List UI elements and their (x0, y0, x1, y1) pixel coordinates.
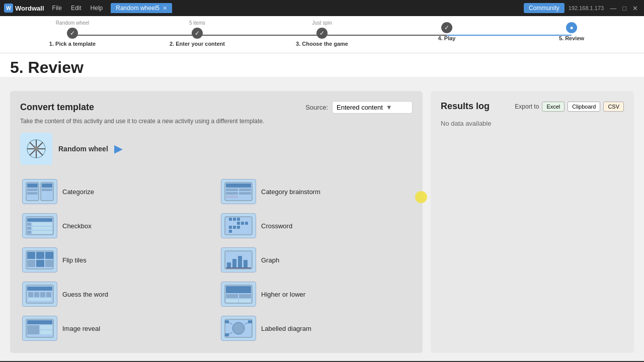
svg-rect-36 (237, 222, 240, 225)
svg-rect-22 (239, 192, 251, 195)
svg-rect-27 (32, 223, 52, 226)
template-item-crossword[interactable]: Crossword (219, 211, 413, 240)
step-2-label: 2. Enter your content (170, 41, 225, 47)
svg-rect-35 (237, 218, 240, 221)
page-title: 5. Review (10, 58, 634, 77)
step-4[interactable]: ✓ 4. Play (384, 20, 509, 41)
main-content: Convert template Source: Entered content… (0, 83, 644, 361)
template-name-crossword: Crossword (261, 222, 292, 230)
menu-file[interactable]: File (48, 4, 66, 13)
svg-rect-65 (226, 294, 238, 298)
template-thumb-higher-or-lower (221, 282, 256, 307)
close-button[interactable]: ✕ (630, 5, 640, 12)
svg-rect-51 (227, 262, 231, 267)
svg-rect-15 (27, 192, 38, 195)
svg-rect-42 (245, 222, 248, 225)
title-bar-right: Community 192.168.1.173 — □ ✕ (524, 3, 640, 13)
svg-rect-52 (232, 259, 236, 267)
results-header: Results log Export to Excel Clipboard CS… (441, 101, 624, 112)
template-thumb-graph (221, 247, 256, 273)
active-tab[interactable]: Random wheel5 ✕ (111, 3, 172, 13)
template-thumb-crossword (221, 213, 256, 238)
step-3[interactable]: Just spin ✓ 3. Choose the game (260, 20, 384, 47)
step-1-circle: ✓ (67, 28, 78, 39)
svg-rect-45 (36, 252, 44, 259)
template-list-container: Random wheel ▶ (20, 133, 413, 343)
export-excel-button[interactable]: Excel (542, 102, 565, 112)
tab-close-icon[interactable]: ✕ (163, 5, 167, 12)
svg-rect-30 (27, 231, 31, 234)
svg-rect-39 (233, 226, 236, 229)
title-bar: W Wordwall File Edit Help Random wheel5 … (0, 0, 644, 16)
svg-rect-53 (238, 256, 242, 267)
export-clipboard-button[interactable]: Clipboard (568, 102, 600, 112)
svg-rect-16 (42, 189, 52, 191)
svg-rect-59 (34, 292, 39, 297)
svg-rect-33 (229, 218, 232, 221)
svg-rect-28 (27, 227, 31, 230)
step-bar: Random wheel ✓ 1. Pick a template 5 item… (0, 16, 644, 53)
step-1[interactable]: Random wheel ✓ 1. Pick a template (10, 20, 135, 47)
svg-rect-31 (32, 231, 52, 234)
window-controls: — □ ✕ (608, 5, 640, 12)
svg-rect-26 (27, 223, 31, 226)
title-bar-left: W Wordwall File Edit Help Random wheel5 … (4, 3, 172, 13)
svg-rect-21 (226, 192, 238, 195)
svg-rect-66 (239, 294, 251, 298)
source-label: Source: (305, 104, 328, 111)
step-5-label: 5. Review (559, 35, 584, 41)
svg-rect-81 (225, 333, 229, 336)
svg-rect-44 (27, 252, 35, 259)
template-thumb-labelled-diagram (221, 316, 256, 341)
menu-help[interactable]: Help (87, 4, 107, 13)
svg-rect-18 (226, 184, 251, 188)
svg-rect-37 (237, 226, 240, 229)
maximize-button[interactable]: □ (620, 5, 628, 12)
template-thumb-categorize (22, 179, 57, 204)
template-item-graph[interactable]: Graph (219, 245, 413, 275)
step-3-meta: Just spin (312, 20, 332, 26)
template-item-category-brainstorm[interactable]: Category brainstorm (219, 177, 413, 206)
svg-point-9 (34, 147, 38, 151)
export-csv-button[interactable]: CSV (603, 102, 624, 112)
export-row: Export to Excel Clipboard CSV (515, 102, 624, 112)
results-title: Results log (441, 101, 490, 112)
menu-edit[interactable]: Edit (67, 4, 86, 13)
svg-rect-19 (226, 189, 238, 191)
template-item-higher-or-lower[interactable]: Higher or lower (219, 280, 413, 309)
svg-rect-67 (226, 299, 238, 303)
svg-rect-46 (45, 252, 53, 259)
step-5-circle: ● (566, 22, 577, 33)
template-item-categorize[interactable]: Categorize (20, 177, 214, 206)
step-2[interactable]: 5 items ✓ 2. Enter your content (135, 20, 260, 47)
svg-rect-12 (27, 184, 38, 188)
template-item-checkbox[interactable]: Checkbox (20, 211, 214, 240)
template-item-flip-tiles[interactable]: Flip tiles (20, 245, 214, 275)
template-item-guess-the-word[interactable]: Guess the word (20, 280, 214, 309)
arrow-right-icon: ▶ (114, 142, 123, 155)
source-value: Entered content (337, 104, 383, 111)
template-name-image-reveal: Image reveal (62, 325, 100, 332)
panel-header: Convert template Source: Entered content… (20, 101, 413, 114)
svg-rect-34 (233, 218, 236, 221)
svg-rect-73 (40, 330, 52, 334)
app-logo: W Wordwall (4, 4, 44, 13)
step-5[interactable]: ● 5. Review (509, 20, 634, 41)
logo-icon: W (4, 4, 13, 13)
template-item-labelled-diagram[interactable]: Labelled diagram (219, 314, 413, 343)
svg-rect-47 (27, 260, 35, 267)
minimize-button[interactable]: — (608, 5, 618, 12)
source-select[interactable]: Entered content ▼ (332, 101, 413, 114)
template-item-image-reveal[interactable]: Image reveal (20, 314, 214, 343)
svg-rect-58 (28, 292, 33, 297)
community-button[interactable]: Community (524, 3, 565, 13)
template-name-flip-tiles: Flip tiles (62, 256, 87, 264)
template-name-categorize: Categorize (62, 188, 94, 196)
app-name: Wordwall (15, 5, 44, 12)
step-1-label: 1. Pick a template (49, 41, 96, 47)
template-name-labelled-diagram: Labelled diagram (261, 325, 311, 332)
template-thumb-flip-tiles (22, 247, 57, 273)
svg-rect-68 (239, 299, 251, 303)
step-3-circle: ✓ (316, 28, 328, 39)
svg-rect-41 (241, 222, 244, 225)
